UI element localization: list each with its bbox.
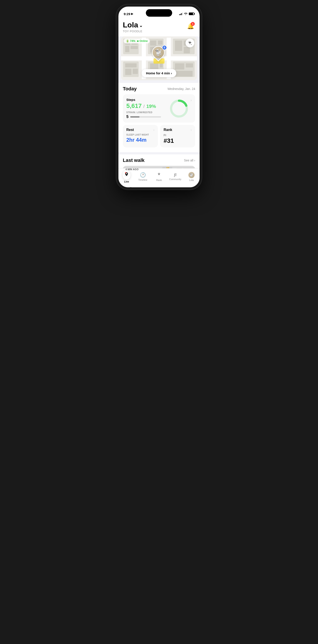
status-time: 9:29 ▶ <box>124 12 133 16</box>
bottom-nav: Live 🕐 Timeline Rank fi Community <box>118 168 200 187</box>
last-walk-header: Last walk See all › <box>123 158 195 163</box>
walk-miles-value: · <box>126 186 126 187</box>
svg-rect-22 <box>175 64 184 70</box>
header: Lola ⌄ TOY POODLE 🔔 1 <box>118 18 200 36</box>
rest-value: 2hr 44m <box>126 137 154 143</box>
location-label[interactable]: Home for 4 min › <box>142 69 176 77</box>
today-title: Today <box>123 86 137 92</box>
today-section: Today Wednesday, Jan. 24 Steps 5,617 / 1… <box>118 83 200 152</box>
chevron-down-icon: ⌄ <box>139 23 143 28</box>
map-status-bar: 🔋 74% Online <box>124 38 150 44</box>
walk-miles-label: miles <box>128 186 135 187</box>
rank-icon <box>156 172 162 178</box>
donut-svg <box>169 99 189 118</box>
steps-divider: / <box>144 104 145 109</box>
notification-bell-button[interactable]: 🔔 1 <box>186 22 195 31</box>
screen-content[interactable]: Lola ⌄ TOY POODLE 🔔 1 <box>118 18 200 187</box>
pet-marker[interactable]: 🐩 B <box>152 46 166 64</box>
nav-item-community[interactable]: fi Community <box>167 173 183 180</box>
steps-card[interactable]: Steps 5,617 / 19% STRAIN: LOW/RESTED 5 <box>123 94 195 122</box>
timeline-icon: 🕐 <box>140 172 146 178</box>
walk-time-ago: 4 MIN AGO <box>126 168 138 171</box>
svg-rect-23 <box>186 64 193 68</box>
phone-frame: 9:29 ▶ Lola ⌄ <box>116 4 202 190</box>
today-date: Wednesday, Jan. 24 <box>168 87 195 90</box>
steps-percent: 19% <box>146 104 156 109</box>
location-text: Home for 4 min › <box>146 71 172 75</box>
battery-icon <box>189 12 194 15</box>
notification-badge: 1 <box>191 22 195 26</box>
nav-item-timeline[interactable]: 🕐 Timeline <box>135 172 151 181</box>
svg-rect-25 <box>125 64 137 68</box>
wifi-icon <box>184 12 188 16</box>
strain-section: STRAIN: LOW/RESTED 5 <box>126 111 169 119</box>
nav-label-timeline: Timeline <box>138 178 147 181</box>
today-header: Today Wednesday, Jan. 24 <box>123 86 195 92</box>
strain-row: 5 <box>126 114 169 119</box>
nav-label-lola: Lola <box>189 179 194 182</box>
svg-rect-14 <box>158 40 162 45</box>
rest-card-header: Rest › <box>126 128 154 132</box>
sparkle-icon <box>188 40 192 46</box>
user-badge: B <box>162 45 167 50</box>
steps-value: 5,617 / 19% <box>126 102 169 110</box>
nav-item-lola[interactable]: 🐩 Lola <box>183 172 200 182</box>
rank-card-title: Rank <box>164 128 172 132</box>
live-button[interactable] <box>122 170 130 180</box>
svg-point-65 <box>125 172 126 173</box>
pet-name[interactable]: Lola ⌄ <box>123 20 143 29</box>
signal-bars-icon <box>179 12 183 15</box>
svg-rect-13 <box>150 40 156 46</box>
mini-cards-row: Rest › SLEEP LAST NIGHT 2hr 44m Rank › F… <box>123 125 195 148</box>
walk-miles: · miles <box>126 186 135 187</box>
rank-card-header: Rank › <box>164 128 192 132</box>
svg-rect-11 <box>125 46 130 52</box>
svg-point-64 <box>126 173 127 174</box>
steps-info: Steps 5,617 / 19% STRAIN: LOW/RESTED 5 <box>126 98 169 119</box>
pet-breed: TOY POODLE <box>123 30 143 33</box>
nav-label-rank: Rank <box>156 179 162 182</box>
dynamic-island <box>146 9 172 17</box>
pet-name-section: Lola ⌄ TOY POODLE <box>123 20 143 33</box>
rest-card-title: Rest <box>126 128 134 132</box>
battery-fill <box>189 13 193 15</box>
signal-bar-1 <box>179 14 180 15</box>
map-online-status: Online <box>137 40 148 42</box>
svg-rect-27 <box>133 69 138 74</box>
map-section[interactable]: 🔋 74% Online <box>121 36 197 80</box>
rank-value: #31 <box>164 137 192 144</box>
svg-rect-21 <box>184 47 190 53</box>
strain-bar-fill <box>130 116 140 118</box>
last-walk-title: Last walk <box>123 158 144 163</box>
live-icon <box>124 171 130 179</box>
map-battery-status: 🔋 74% <box>126 40 135 42</box>
location-icon <box>124 171 130 177</box>
community-icon: fi <box>174 173 176 177</box>
strain-label: STRAIN: LOW/RESTED <box>126 111 169 114</box>
rest-card[interactable]: Rest › SLEEP LAST NIGHT 2hr 44m <box>123 125 158 148</box>
rank-card[interactable]: Rank › FI #31 <box>160 125 195 148</box>
signal-bar-4 <box>182 12 183 15</box>
pet-avatar-container: 🐩 B <box>152 46 166 60</box>
rank-card-chevron-icon: › <box>190 128 192 132</box>
steps-card-chevron-icon: › <box>190 98 192 102</box>
svg-rect-26 <box>125 69 131 75</box>
donut-chart <box>169 99 189 118</box>
svg-rect-12 <box>130 46 138 49</box>
map-sparkle-button[interactable] <box>186 38 194 48</box>
trophy-icon <box>156 172 162 177</box>
svg-rect-24 <box>175 71 192 76</box>
signal-bar-3 <box>181 13 182 15</box>
nav-label-live: Live <box>124 180 129 183</box>
strain-number: 5 <box>126 114 128 119</box>
svg-rect-17 <box>160 64 163 68</box>
signal-bar-2 <box>180 14 181 15</box>
see-all-button[interactable]: See all › <box>184 158 195 162</box>
nav-item-live[interactable]: Live <box>118 170 135 183</box>
online-dot-icon <box>137 40 138 42</box>
rest-card-chevron-icon: › <box>153 128 154 132</box>
steps-label: Steps <box>126 98 169 102</box>
rest-sublabel: SLEEP LAST NIGHT <box>126 134 154 136</box>
steps-count: 5,617 <box>126 102 142 109</box>
nav-item-rank[interactable]: Rank <box>151 172 167 182</box>
